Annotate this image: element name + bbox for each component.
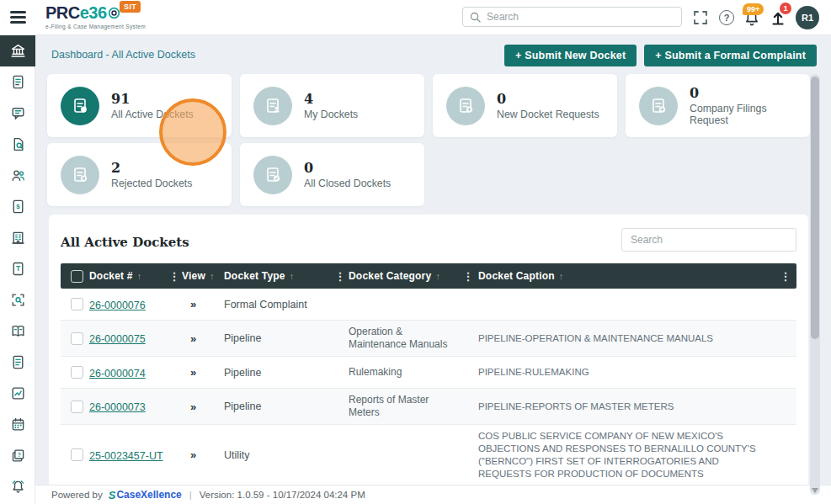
table-row[interactable]: 25-0023457-UT » Utility COS PUBLIC SERVI…	[61, 425, 796, 485]
sidebar-item-ledger[interactable]	[0, 316, 35, 347]
notifications-bell[interactable]: 99+	[744, 10, 759, 27]
powered-by-label: Powered by	[51, 490, 103, 500]
view-docket-icon[interactable]: »	[182, 366, 224, 379]
docket-number-link[interactable]: 26-0000073	[89, 401, 146, 413]
notification-count-badge: 99+	[743, 3, 764, 15]
sidebar-item-analytics[interactable]	[0, 378, 35, 409]
column-header-caption[interactable]: Docket Caption↑	[478, 270, 775, 282]
column-header-category[interactable]: Docket Category↑	[349, 270, 458, 282]
docket-number-link[interactable]: 26-0000076	[89, 300, 146, 311]
table-row[interactable]: 26-0000075 » Pipeline Operation & Mainte…	[61, 321, 796, 357]
sidebar-item-help-docs[interactable]: ?	[0, 440, 35, 471]
sidebar-item-alerts[interactable]	[0, 471, 35, 502]
column-menu-icon[interactable]: ⋮	[458, 270, 478, 283]
docket-closed-icon	[253, 156, 292, 194]
sort-asc-icon[interactable]: ↑	[210, 271, 215, 281]
search-icon	[470, 12, 481, 23]
stat-value: 0	[497, 91, 599, 107]
column-header-view[interactable]: View↑	[182, 270, 224, 282]
view-docket-icon[interactable]: »	[182, 401, 224, 413]
footer: Powered by S CaseXellence | Version: 1.0…	[35, 485, 831, 504]
sidebar-item-calendar[interactable]	[0, 409, 35, 440]
table-search-input[interactable]	[621, 228, 796, 252]
institution-icon	[10, 43, 26, 59]
upload-filings[interactable]: 1	[770, 9, 786, 26]
billing-icon: $	[10, 199, 26, 215]
app-window: PRCe36 e-Filing & Case Management System…	[0, 0, 831, 504]
help-doc-icon: ?	[10, 448, 26, 464]
column-header-docket[interactable]: Docket #↑	[89, 270, 167, 282]
table-row[interactable]: 26-0000074 » Pipeline Rulemaking PIPELIN…	[61, 357, 796, 389]
stat-card-new-docket-requests[interactable]: 0 New Docket Requests	[433, 74, 617, 137]
docket-reject-icon	[61, 156, 99, 194]
users-icon	[10, 167, 26, 183]
docket-type-cell: Utility	[224, 449, 332, 461]
docket-number-link[interactable]: 26-0000075	[89, 333, 146, 345]
row-checkbox[interactable]	[71, 332, 83, 345]
stat-label: Company Filings Request	[690, 103, 796, 127]
logo-text-e360: e36	[80, 3, 107, 23]
fullscreen-icon[interactable]	[692, 9, 709, 26]
sidebar-item-billing[interactable]: $	[0, 191, 35, 222]
stat-card-rejected-dockets[interactable]: 2 Rejected Dockets	[47, 143, 232, 206]
column-menu-icon[interactable]: ⋮	[332, 270, 349, 283]
stat-value: 91	[111, 91, 194, 107]
casexellence-logo[interactable]: S CaseXellence	[109, 489, 182, 501]
main-content: Dashboard - All Active Dockets + Submit …	[35, 35, 831, 485]
sort-asc-icon[interactable]: ↑	[559, 271, 564, 281]
scrollbar-down-arrow[interactable]	[812, 488, 818, 493]
stat-label: My Dockets	[304, 109, 358, 121]
sort-asc-icon[interactable]: ↑	[137, 271, 142, 281]
row-checkbox[interactable]	[71, 366, 83, 379]
sidebar-item-messages[interactable]	[0, 98, 35, 129]
sidebar-item-reports[interactable]	[0, 347, 35, 378]
svg-text:?: ?	[17, 452, 20, 458]
sidebar-item-templates[interactable]: T	[0, 253, 35, 284]
scan-search-icon	[10, 292, 26, 308]
sidebar-item-file-search[interactable]	[0, 129, 35, 160]
docket-number-link[interactable]: 25-0023457-UT	[89, 450, 163, 462]
sort-asc-icon[interactable]: ↑	[290, 271, 295, 281]
user-avatar[interactable]: R1	[796, 6, 819, 29]
global-search-input[interactable]	[487, 11, 674, 23]
docket-add-icon	[639, 87, 678, 125]
sidebar-item-institution[interactable]	[0, 35, 35, 66]
stat-card-all-closed-dockets[interactable]: 0 All Closed Dockets	[240, 143, 424, 206]
table-row[interactable]: 26-0000073 » Pipeline Reports of Master …	[61, 389, 796, 425]
brand-bolt-icon: S	[109, 489, 116, 501]
table-body: 26-0000076 » Formal Complaint 26-0000075…	[61, 289, 796, 485]
row-checkbox[interactable]	[71, 448, 83, 461]
view-docket-icon[interactable]: »	[182, 298, 224, 310]
column-header-type[interactable]: Docket Type↑	[224, 270, 332, 282]
row-checkbox[interactable]	[71, 298, 83, 310]
row-checkbox[interactable]	[71, 401, 83, 413]
docket-caption-cell: PIPELINE-REPORTS OF MASTER METERS	[478, 401, 775, 413]
docket-number-link[interactable]: 26-0000074	[89, 368, 146, 379]
docket-category-cell: Reports of Master Meters	[349, 394, 458, 419]
sidebar-item-scan-search[interactable]	[0, 284, 35, 316]
app-logo[interactable]: PRCe36 e-Filing & Case Management System…	[45, 3, 146, 29]
stat-card-company-filings-request[interactable]: 0 Company Filings Request	[626, 74, 810, 137]
hamburger-menu-icon[interactable]	[10, 11, 26, 24]
sidebar-item-company[interactable]	[0, 222, 35, 253]
sidebar-item-users[interactable]	[0, 160, 35, 191]
submit-new-docket-button[interactable]: + Submit New Docket	[504, 45, 637, 66]
stat-label: All Closed Dockets	[304, 178, 391, 190]
vertical-scrollbar[interactable]	[810, 74, 820, 495]
view-docket-icon[interactable]: »	[182, 448, 224, 461]
submit-formal-complaint-button[interactable]: + Submit a Formal Complaint	[644, 45, 817, 66]
scrollbar-thumb[interactable]	[811, 77, 819, 339]
table-row[interactable]: 26-0000076 » Formal Complaint	[61, 289, 796, 321]
column-menu-icon[interactable]: ⋮	[167, 270, 182, 283]
sidebar-item-documents[interactable]	[0, 66, 35, 98]
stat-card-all-active-dockets[interactable]: 91 All Active Dockets	[47, 74, 232, 137]
document-icon	[10, 74, 26, 90]
stat-card-my-dockets[interactable]: 4 My Dockets	[240, 74, 424, 137]
view-docket-icon[interactable]: »	[182, 332, 224, 345]
help-icon[interactable]: ?	[719, 10, 734, 25]
select-all-checkbox[interactable]	[71, 270, 83, 283]
docket-caption-cell: PIPELINE-RULEMAKING	[478, 366, 775, 379]
table-menu-icon[interactable]: ⋮	[775, 270, 796, 283]
environment-badge: SIT	[120, 1, 141, 13]
sort-asc-icon[interactable]: ↑	[435, 271, 440, 281]
